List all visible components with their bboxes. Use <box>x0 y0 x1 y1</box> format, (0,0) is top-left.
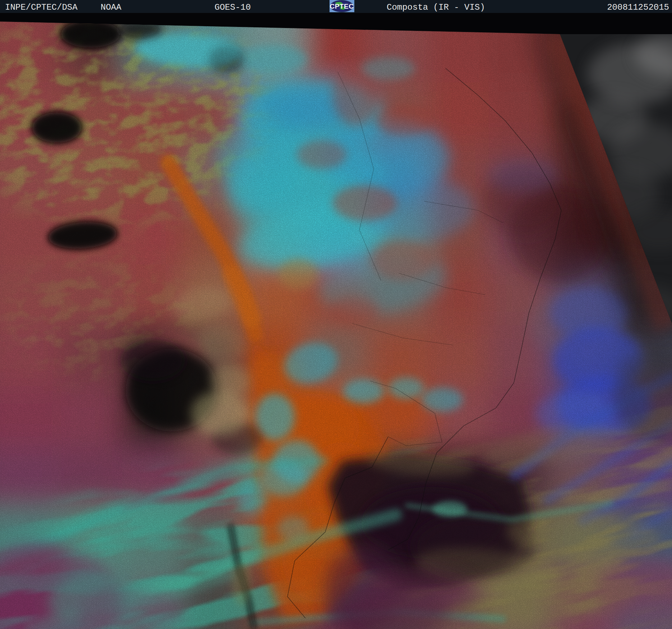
svg-text:INPE/CPTEC/DSA: INPE/CPTEC/DSA <box>5 3 78 12</box>
svg-text:Composta (IR - VIS): Composta (IR - VIS) <box>387 3 485 12</box>
svg-text:200811252015: 200811252015 <box>607 3 669 12</box>
svg-text:NOAA: NOAA <box>101 3 121 12</box>
svg-text:CPTEC: CPTEC <box>330 3 354 10</box>
svg-text:GOES-10: GOES-10 <box>215 3 251 12</box>
